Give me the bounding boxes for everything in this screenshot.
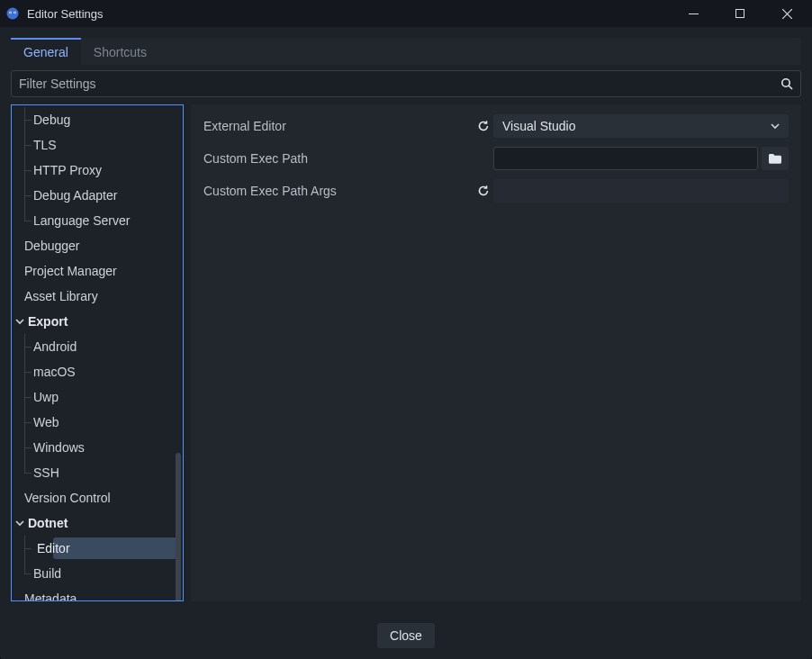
tree-item-tls[interactable]: TLS	[12, 132, 183, 158]
dialog-footer: Close	[0, 612, 812, 659]
folder-icon	[768, 152, 782, 165]
tree-item-asset-library[interactable]: Asset Library	[12, 284, 183, 309]
tree-item-metadata[interactable]: Metadata	[12, 586, 183, 601]
close-button[interactable]: Close	[377, 623, 435, 648]
chevron-down-icon	[771, 122, 780, 131]
input-custom-exec-path[interactable]	[493, 147, 758, 170]
tree-item-debugger[interactable]: Debugger	[12, 233, 183, 258]
minimize-button[interactable]	[673, 1, 713, 26]
tree-item-project-manager[interactable]: Project Manager	[12, 258, 183, 284]
tree-section-export[interactable]: Export	[12, 309, 183, 334]
label-custom-exec-path: Custom Exec Path	[203, 151, 474, 166]
tabs: General Shortcuts	[11, 38, 801, 65]
tree-item-debug[interactable]: Debug	[12, 107, 183, 132]
svg-point-0	[7, 8, 19, 20]
tree-item-web[interactable]: Web	[12, 410, 183, 435]
tree-item-debug-adapter[interactable]: Debug Adapter	[12, 183, 183, 208]
input-custom-exec-path-args[interactable]	[493, 179, 789, 203]
tab-shortcuts[interactable]: Shortcuts	[81, 38, 159, 65]
tree-item-uwp[interactable]: Uwp	[12, 384, 183, 410]
tree-item-windows[interactable]: Windows	[12, 435, 183, 460]
svg-point-3	[10, 12, 11, 13]
dropdown-external-editor[interactable]: Visual Studio	[493, 114, 789, 138]
browse-folder-button[interactable]	[762, 147, 789, 170]
chevron-down-icon[interactable]	[12, 317, 28, 326]
reset-icon[interactable]	[474, 120, 493, 132]
window-title: Editor Settings	[27, 7, 666, 21]
tree-section-dotnet[interactable]: Dotnet	[12, 510, 183, 536]
split-panel: Debug TLS HTTP Proxy Debug Adapter Langu…	[11, 104, 801, 601]
row-external-editor: External Editor Visual Studio	[203, 113, 789, 139]
close-window-button[interactable]	[767, 1, 807, 26]
row-custom-exec-path: Custom Exec Path	[203, 146, 789, 171]
svg-rect-6	[736, 10, 744, 18]
tree-item-language-server[interactable]: Language Server	[12, 208, 183, 233]
svg-point-4	[14, 12, 15, 13]
tree-item-build[interactable]: Build	[12, 561, 183, 586]
tree-item-version-control[interactable]: Version Control	[12, 485, 183, 510]
settings-panel: External Editor Visual Studio Custom Exe…	[191, 104, 801, 601]
tree-item-http-proxy[interactable]: HTTP Proxy	[12, 158, 183, 183]
sidebar-scrollbar[interactable]	[176, 453, 181, 601]
content-frame: General Shortcuts Debug TLS HTTP Proxy D…	[11, 38, 801, 601]
row-custom-exec-path-args: Custom Exec Path Args	[203, 178, 789, 203]
maximize-button[interactable]	[720, 1, 760, 26]
label-external-editor: External Editor	[203, 119, 474, 133]
filter-input[interactable]	[19, 77, 775, 91]
label-custom-exec-path-args: Custom Exec Path Args	[203, 184, 474, 198]
app-icon	[5, 6, 20, 21]
svg-point-9	[782, 79, 789, 86]
window: Editor Settings General Shortcuts	[0, 0, 812, 659]
tree-item-android[interactable]: Android	[12, 334, 183, 359]
settings-tree[interactable]: Debug TLS HTTP Proxy Debug Adapter Langu…	[11, 104, 184, 601]
tree-item-macos[interactable]: macOS	[12, 359, 183, 384]
reset-icon[interactable]	[474, 185, 493, 197]
tree-item-ssh[interactable]: SSH	[12, 460, 183, 485]
search-icon	[780, 77, 793, 90]
svg-line-10	[789, 86, 792, 89]
chevron-down-icon[interactable]	[12, 519, 28, 528]
tree-item-editor[interactable]: Editor	[12, 536, 183, 561]
titlebar: Editor Settings	[0, 0, 812, 27]
tab-general[interactable]: General	[11, 38, 81, 65]
filter-bar[interactable]	[11, 70, 801, 97]
